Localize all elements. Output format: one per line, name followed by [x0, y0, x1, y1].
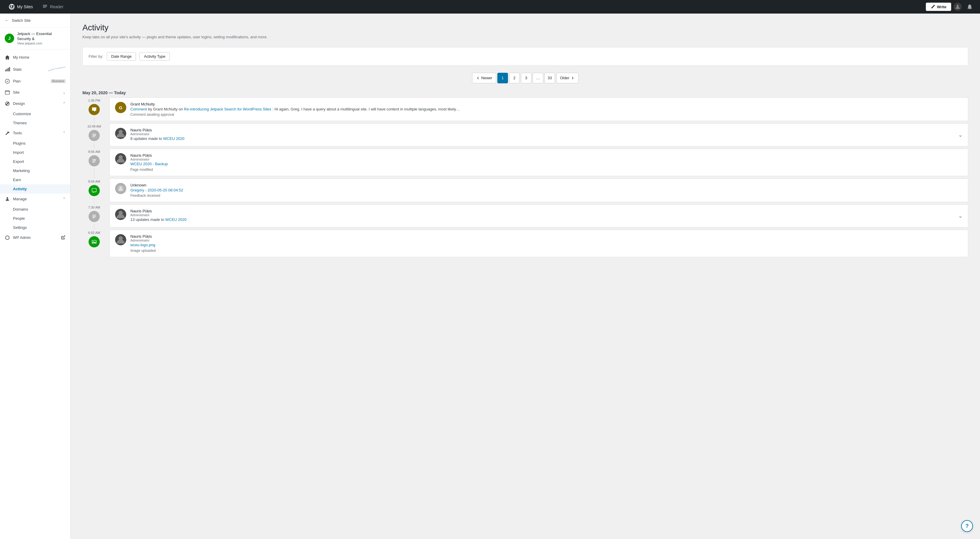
- page-2-button[interactable]: 2: [509, 73, 520, 83]
- backup-link[interactable]: WCEU 2020 - Backup: [130, 162, 168, 166]
- user-avatar-icon: [955, 4, 961, 10]
- site-details: Jetpack — Essential Security & View jetp…: [17, 32, 66, 45]
- user-avatar-nauris4: [115, 234, 126, 246]
- sidebar-item-earn[interactable]: Earn: [0, 175, 70, 184]
- svg-rect-10: [5, 91, 10, 94]
- pagination: Newer 1 2 3 … 33 Older: [83, 73, 968, 83]
- feedback-link[interactable]: Gregory - 2020-05-20 08:04:52: [130, 188, 183, 192]
- user-avatar-nauris2: [115, 153, 126, 164]
- reader-icon: [42, 4, 48, 10]
- site-name: Jetpack — Essential Security &: [17, 32, 66, 41]
- sidebar-item-site-label: Site: [13, 90, 60, 94]
- sidebar-item-marketing[interactable]: Marketing: [0, 166, 70, 175]
- sidebar-item-domains[interactable]: Domains: [0, 205, 70, 214]
- svg-rect-3: [43, 7, 46, 8]
- newer-button[interactable]: Newer: [472, 73, 496, 83]
- back-arrow-icon: ←: [5, 18, 10, 23]
- sidebar-item-site[interactable]: Site ⌄: [0, 87, 70, 98]
- sidebar-item-themes[interactable]: Themes: [0, 118, 70, 128]
- help-button[interactable]: ?: [961, 520, 973, 532]
- timeline-column: 7:30 AM: [83, 204, 106, 230]
- activity-time: 7:30 AM: [88, 206, 100, 209]
- activity-item: 8:56 AM Nauris Pūķis: [83, 149, 968, 179]
- sidebar-item-plan[interactable]: Plan Business: [0, 76, 70, 87]
- stats-sparkline: [48, 66, 66, 73]
- user-avatar-nauris3: [115, 209, 126, 220]
- svg-point-12: [6, 197, 8, 199]
- wceu-link2[interactable]: WCEU 2020: [165, 217, 186, 222]
- date-range-button[interactable]: Date Range: [107, 52, 136, 61]
- sidebar-item-customize[interactable]: Customize: [0, 109, 70, 118]
- site-icon-nav: [5, 90, 10, 95]
- sidebar-item-wp-admin[interactable]: WP Admin: [0, 232, 70, 243]
- sidebar-item-settings[interactable]: Settings: [0, 223, 70, 232]
- sidebar-item-plan-label: Plan: [13, 79, 48, 83]
- sidebar-item-export[interactable]: Export: [0, 157, 70, 166]
- wceu-link1[interactable]: WCEU 2020: [163, 136, 184, 141]
- timeline-column: 8:04 AM: [83, 179, 106, 205]
- user-avatar-grant: G: [115, 102, 126, 113]
- plan-badge: Business: [51, 79, 66, 83]
- activity-description: 13 updates made to WCEU 2020: [130, 217, 954, 223]
- site-chevron-icon: ⌄: [63, 91, 66, 94]
- sidebar-item-activity[interactable]: Activity: [0, 184, 70, 193]
- post-link[interactable]: Re-introducing Jetpack Search for WordPr…: [184, 107, 271, 111]
- unknown-user-avatar: [115, 183, 126, 194]
- design-submenu: Customize Themes: [0, 109, 70, 128]
- comment-icon: [89, 104, 100, 115]
- user-avatar-nauris1: [115, 128, 126, 139]
- sidebar-item-my-home[interactable]: My Home: [0, 52, 70, 63]
- design-chevron-icon: ⌃: [63, 102, 66, 106]
- timeline-line: [94, 143, 94, 149]
- comment-link[interactable]: Comment: [130, 107, 147, 111]
- image-link[interactable]: wceu-logo.png: [130, 243, 155, 247]
- svg-rect-1: [43, 5, 47, 6]
- bell-icon: [966, 3, 973, 10]
- switch-site-button[interactable]: ← Switch Site: [0, 14, 70, 27]
- notifications-button[interactable]: [964, 1, 975, 12]
- my-sites-label: My Sites: [17, 5, 33, 9]
- sidebar-item-import[interactable]: Import: [0, 148, 70, 157]
- reader-button[interactable]: Reader: [38, 0, 68, 14]
- sidebar-item-people[interactable]: People: [0, 214, 70, 223]
- sidebar-item-stats[interactable]: Stats: [0, 63, 70, 76]
- activity-card: Nauris Pūķis Administrator 13 updates ma…: [110, 204, 968, 227]
- page-3-button[interactable]: 3: [521, 73, 531, 83]
- manage-submenu: Domains People Settings: [0, 205, 70, 232]
- write-button[interactable]: Write: [926, 3, 951, 11]
- sidebar-item-design[interactable]: Design ⌃: [0, 98, 70, 109]
- svg-rect-17: [92, 137, 95, 137]
- sidebar-item-tools[interactable]: Tools ⌃: [0, 128, 70, 139]
- svg-point-34: [93, 241, 94, 242]
- my-sites-button[interactable]: My Sites: [5, 0, 37, 14]
- user-avatar[interactable]: [953, 3, 962, 11]
- svg-rect-6: [6, 69, 7, 71]
- page-1-button[interactable]: 1: [497, 73, 508, 83]
- sidebar-item-my-home-label: My Home: [13, 55, 66, 59]
- svg-rect-25: [92, 188, 96, 192]
- timeline-column: 8:56 AM: [83, 149, 106, 179]
- activity-user-name: Nauris Pūķis: [130, 234, 963, 239]
- older-button[interactable]: Older: [556, 73, 579, 83]
- expand-button[interactable]: ⌄: [958, 132, 963, 138]
- expand-button2[interactable]: ⌄: [958, 213, 963, 219]
- timeline-line: [94, 117, 94, 124]
- filter-bar: Filter by: Date Range Activity Type: [83, 47, 968, 66]
- sidebar-item-plugins[interactable]: Plugins: [0, 139, 70, 148]
- activity-type-button[interactable]: Activity Type: [140, 52, 170, 61]
- activity-card: G Grant McNulty Comment by Grant McNulty…: [110, 97, 968, 121]
- site-icon: J: [5, 33, 14, 43]
- svg-rect-8: [9, 67, 10, 71]
- svg-rect-30: [92, 218, 95, 218]
- activity-user-name: Nauris Pūķis: [130, 153, 963, 158]
- activity-meta: Comment awaiting approval: [130, 113, 963, 116]
- timeline-line: [94, 198, 94, 205]
- activity-feed: 1:36 PM G Grant McNulty: [83, 97, 968, 260]
- timeline-column: 10:48 AM: [83, 123, 106, 149]
- feedback-icon: [89, 185, 100, 196]
- activity-time: 10:48 AM: [88, 124, 101, 128]
- sidebar-item-manage[interactable]: Manage ⌃: [0, 193, 70, 205]
- svg-rect-15: [92, 134, 96, 135]
- svg-point-4: [957, 5, 959, 7]
- page-33-button[interactable]: 33: [544, 73, 555, 83]
